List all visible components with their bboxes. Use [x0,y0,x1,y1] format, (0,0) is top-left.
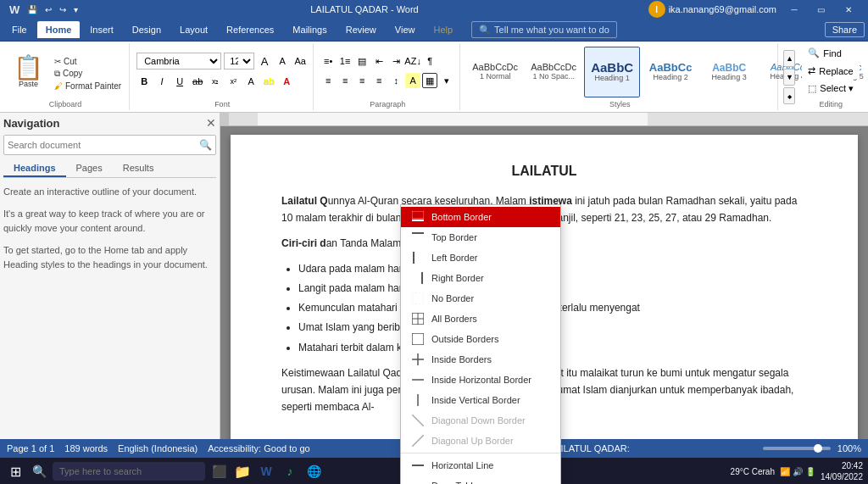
style-no-spacing[interactable]: AaBbCcDc 1 No Spac... [526,47,581,97]
status-right: 100% [763,443,861,453]
menu-h-line[interactable]: Horizontal Line [401,455,560,476]
tab-layout[interactable]: Layout [171,21,216,38]
tell-me-input[interactable]: 🔍 Tell me what you want to do [471,21,617,38]
menu-inside-borders[interactable]: Inside Borders [401,349,560,370]
menu-top-border[interactable]: Top Border [401,227,560,248]
find-button[interactable]: 🔍 Find [802,45,860,61]
style-heading1[interactable]: AaBbC Heading 1 [584,47,640,97]
restore-btn[interactable]: ▭ [809,0,834,19]
nav-close-button[interactable]: ✕ [206,116,216,130]
show-marks-btn[interactable]: ¶ [422,53,437,69]
numbering-btn[interactable]: 1≡ [337,53,353,69]
ruler-corner [220,113,229,126]
zoom-thumb[interactable] [814,444,822,453]
menu-left-border[interactable]: Left Border [401,248,560,268]
minimize-btn[interactable]: ─ [782,0,807,19]
nav-search-input[interactable] [8,140,196,150]
redo-btn[interactable]: ↪ [57,4,69,15]
system-tray-icons: 📶 🔊 🔋 [780,467,815,476]
select-button[interactable]: ⬚ Select ▾ [802,81,860,97]
share-button[interactable]: Share [825,22,865,37]
browser-btn[interactable]: 🌐 [303,461,324,481]
superscript-btn[interactable]: x² [225,74,241,89]
menu-no-border[interactable]: No Border [401,288,560,309]
start-button[interactable]: ⊞ [5,461,25,481]
styles-more-btn[interactable]: ⬥ [783,87,795,104]
tab-references[interactable]: References [218,21,282,38]
taskbar-search[interactable] [53,462,205,481]
menu-inside-v-border[interactable]: Inside Vertical Border [401,390,560,410]
explorer-btn[interactable]: 📁 [232,461,253,481]
replace-button[interactable]: ⇄ Replace [802,63,860,79]
close-btn[interactable]: ✕ [836,0,861,19]
text-effects-btn[interactable]: A [243,74,259,89]
sort-btn[interactable]: AZ↓ [405,53,420,69]
bold-button[interactable]: B [136,74,152,89]
svg-line-16 [412,414,424,426]
copy-button[interactable]: ⧉ Copy [52,68,124,80]
nav-search-box[interactable]: 🔍 [3,135,216,155]
justify-btn[interactable]: ≡ [371,73,387,88]
italic-button[interactable]: I [154,74,170,89]
tab-insert[interactable]: Insert [81,21,122,38]
styles-scroll-down-btn[interactable]: ▼ [783,69,795,86]
tab-home[interactable]: Home [37,21,81,38]
borders-dropdown[interactable]: ▾ [439,73,454,88]
taskbar-search-input[interactable] [59,466,198,476]
spotify-btn[interactable]: ♪ [280,461,300,481]
underline-button[interactable]: U [172,74,187,89]
cut-button[interactable]: ✂ Cut [52,56,124,67]
editing-group-label: Editing [819,98,843,108]
align-center-btn[interactable]: ≡ [337,73,353,88]
menu-bottom-border[interactable]: Bottom Border [401,207,560,227]
subscript-btn[interactable]: x₂ [208,74,223,89]
multilevel-btn[interactable]: ▤ [354,53,370,69]
style-normal[interactable]: AaBbCcDc 1 Normal [467,47,523,97]
style-heading2[interactable]: AaBbCc Heading 2 [643,47,698,97]
menu-right-border[interactable]: Right Border [401,268,560,288]
paste-button[interactable]: 📋 Paste [7,53,50,92]
task-view-btn[interactable]: ⬛ [209,461,229,481]
font-size-selector[interactable]: 12 [224,53,254,70]
decrease-indent-btn[interactable]: ⇤ [371,53,387,69]
menu-draw-table[interactable]: ✏ Draw Table [401,476,560,484]
line-spacing-btn[interactable]: ↕ [388,73,403,88]
customize-quick-btn[interactable]: ▾ [71,4,81,15]
tab-review[interactable]: Review [337,21,385,38]
style-heading3[interactable]: AaBbC Heading 3 [701,47,757,97]
user-info[interactable]: I ika.nanang69@gmail.com [648,1,776,18]
nav-tab-pages[interactable]: Pages [66,160,113,177]
menu-outside-borders[interactable]: Outside Borders [401,329,560,349]
styles-scroll-up-btn[interactable]: ▲ [783,50,795,67]
nav-tab-results[interactable]: Results [113,160,164,177]
tab-design[interactable]: Design [124,21,170,38]
menu-all-borders[interactable]: All Borders [401,309,560,329]
font-color-btn[interactable]: A [279,74,294,89]
tab-help[interactable]: Help [425,21,461,38]
nav-search-icon[interactable]: 🔍 [199,139,212,151]
format-painter-button[interactable]: 🖌 Format Painter [52,81,124,92]
tab-file[interactable]: File [3,21,36,38]
align-left-btn[interactable]: ≡ [320,73,336,88]
clear-format-btn[interactable]: Aa [292,53,308,69]
tab-view[interactable]: View [387,21,424,38]
editing-group: 🔍 Find ⇄ Replace ⬚ Select ▾ Editing [798,43,865,110]
save-quick-btn[interactable]: 💾 [25,4,40,15]
zoom-slider[interactable] [763,447,831,450]
word-taskbar-btn[interactable]: W [256,461,276,481]
paragraph-row1: ≡• 1≡ ▤ ⇤ ⇥ AZ↓ ¶ [320,53,454,69]
font-name-selector[interactable]: Cambria [136,53,221,70]
menu-inside-h-border[interactable]: Inside Horizontal Border [401,370,560,390]
increase-font-btn[interactable]: A [257,53,272,69]
tab-mailings[interactable]: Mailings [284,21,335,38]
increase-indent-btn[interactable]: ⇥ [388,53,403,69]
strikethrough-button[interactable]: ab [190,74,205,89]
nav-tab-headings[interactable]: Headings [3,160,66,177]
shading-btn[interactable]: A [405,73,420,88]
align-right-btn[interactable]: ≡ [354,73,370,88]
text-highlight-btn[interactable]: ab [261,74,276,89]
undo-btn[interactable]: ↩ [42,4,54,15]
decrease-font-btn[interactable]: A [275,53,290,69]
borders-btn[interactable]: ▦ [422,73,437,88]
bullets-btn[interactable]: ≡• [320,53,336,69]
